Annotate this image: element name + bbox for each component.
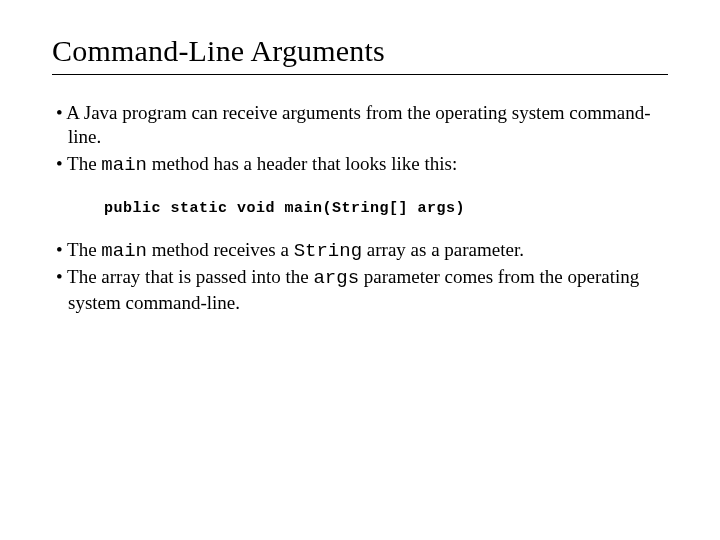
slide-body: A Java program can receive arguments fro…: [52, 101, 668, 315]
bullet-3-code-2: String: [294, 240, 362, 262]
bullet-4: The array that is passed into the args p…: [52, 265, 668, 315]
slide: Command-Line Arguments A Java program ca…: [0, 0, 720, 315]
bullet-1: A Java program can receive arguments fro…: [52, 101, 668, 150]
bullet-2-text-pre: The: [67, 153, 101, 174]
bullet-1-text: A Java program can receive arguments fro…: [66, 102, 650, 147]
title-underline: [52, 74, 668, 75]
bullet-2-text-post: method has a header that looks like this…: [147, 153, 457, 174]
spacer-2: [52, 218, 668, 238]
bullet-3-text-post: array as a parameter.: [362, 239, 524, 260]
slide-title: Command-Line Arguments: [52, 34, 668, 68]
bullet-3-code-1: main: [101, 240, 147, 262]
bullet-2-code: main: [101, 154, 147, 176]
spacer-1: [52, 179, 668, 199]
bullet-3-text-mid: method receives a: [147, 239, 294, 260]
bullet-3-text-pre: The: [67, 239, 101, 260]
bullet-3: The main method receives a String array …: [52, 238, 668, 263]
code-snippet: public static void main(String[] args): [104, 199, 668, 218]
bullet-4-code: args: [313, 267, 359, 289]
bullet-2: The main method has a header that looks …: [52, 152, 668, 177]
bullet-4-text-pre: The array that is passed into the: [67, 266, 313, 287]
